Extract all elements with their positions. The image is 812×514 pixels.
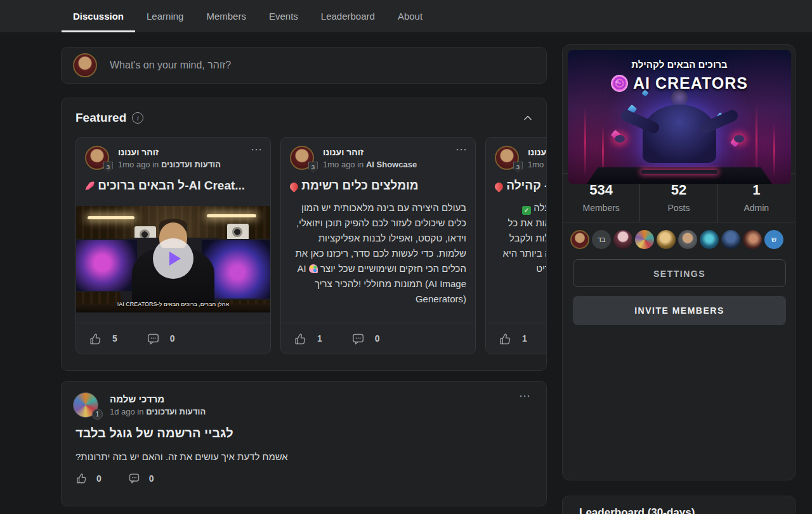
leaderboard-card: Leaderboard (30-days) [562,496,796,514]
post-body: בעולם היצירה עם בינה מלאכותית יש המון כל… [281,200,475,307]
post-time: 1mo ago in [118,160,159,169]
community-tab-bar: Discussion Learning Members Events Leade… [0,0,812,32]
studio-light [88,216,134,219]
video-caption: אהלן חברים, ברוכים הבאים ל-AI CREATORS! [76,301,270,307]
member-avatar[interactable]: ש [764,230,783,249]
tab-discussion[interactable]: Discussion [62,0,135,32]
post-menu-icon[interactable]: ⋯ [455,143,468,157]
featured-post-welcome[interactable]: 3 זוהר וענונו 1mo ago in הודעות ועדכונים… [75,137,271,354]
member-avatar[interactable] [570,230,589,249]
featured-heading: Featured [75,111,126,125]
posts-label: Posts [640,203,717,213]
member-avatar[interactable] [700,230,719,249]
post-menu-icon[interactable]: ⋯ [519,389,531,403]
post-author[interactable]: זוהר וענונו [118,147,221,157]
chat-bubble-icon [351,332,365,345]
tab-events[interactable]: Events [258,0,310,32]
comment-count: 0 [170,333,175,344]
post-title[interactable]: לגביי הרשמה של גוגל בלבד [62,426,546,440]
tab-learning[interactable]: Learning [135,0,195,32]
comment-count: 0 [149,473,154,484]
chevron-up-icon [522,112,534,124]
post-author[interactable]: זוהר וענונו [528,147,547,157]
chat-bubble-icon [147,332,160,345]
like-button[interactable] [499,332,512,345]
member-avatar[interactable] [657,230,676,249]
like-count: 5 [112,333,117,344]
level-badge: 3 [513,162,523,172]
member-avatar[interactable] [743,230,762,249]
post-author[interactable]: זוהר וענונו [323,147,417,157]
settings-button[interactable]: SETTINGS [573,259,786,287]
brain-icon [611,75,628,92]
comment-count: 0 [375,333,380,344]
light-streak [773,123,775,177]
video-thumbnail[interactable]: אהלן חברים, ברוכים הבאים ל-AI CREATORS! [76,206,270,312]
leaderboard-heading: Leaderboard (30-days) [563,496,795,514]
featured-post-tools[interactable]: 3 זוהר וענונו 1mo ago in AI Showcase ⋯ ר… [280,137,476,354]
post-category[interactable]: AI Showcase [366,160,417,169]
post-composer[interactable]: What's on your mind, זוהר? [61,47,547,84]
figure-hand [615,135,625,143]
thumb-up-icon [89,332,102,345]
post-body: אשמח לדעת איך עושים את זה. והאם יש בזה י… [62,451,546,462]
invite-members-button[interactable]: INVITE MEMBERS [573,296,786,325]
banner-keyboard [641,170,717,174]
post-category[interactable]: הודעות ועדכונים [146,407,206,416]
comment-button[interactable] [351,332,365,345]
comment-button[interactable] [128,472,140,484]
post-title[interactable]: קהילה - מדריך התמצאות [486,179,547,193]
feed-post-google-signup[interactable]: 1 מרדכי שלמה 1d ago in הודעות ועדכונים ⋯… [61,381,547,506]
level-badge: 3 [308,162,318,172]
like-count: 1 [522,333,527,344]
like-button[interactable] [75,472,88,484]
tab-members[interactable]: Members [195,0,258,32]
post-category[interactable]: הודעות ועדכונים [161,160,221,169]
play-button-icon[interactable] [153,238,193,279]
thumb-up-icon [75,472,88,484]
post-title[interactable]: ברוכים הבאים ל-AI Creat... [76,179,270,193]
comment-button[interactable] [147,332,160,345]
like-button[interactable] [294,332,307,345]
admins-label: Admin [718,203,795,213]
featured-section: Featured i 3 זוהר וענונו 1mo ago in הודע… [61,98,547,371]
member-avatar[interactable] [613,230,632,249]
member-avatar[interactable] [678,230,697,249]
light-streak [756,104,757,177]
info-icon[interactable]: i [132,112,143,124]
like-count: 0 [96,473,102,484]
post-body: רוצים להבין איך הכל עובד? למעלה היכנסו ל… [486,200,547,276]
post-meta: 1mo ago in AI Showcase [323,160,417,169]
current-user-avatar[interactable] [73,53,97,77]
featured-cards-row: 3 זוהר וענונו 1mo ago in הודעות ועדכונים… [62,137,547,354]
member-avatar[interactable] [721,230,740,249]
tab-about[interactable]: About [386,0,434,32]
group-banner-image[interactable]: ברוכים הבאים לקהילת AI CREATORS [568,50,791,184]
banner-welcome-text: ברוכים הבאים לקהילת [568,59,791,70]
post-meta: 1mo ago in הודעות ועדכונים [528,160,547,169]
group-sidebar: ברוכים הבאים לקהילת AI CREATORS AI Creat… [562,44,796,480]
post-meta: 1d ago in הודעות ועדכונים [110,407,206,416]
members-count: 534 [563,182,639,198]
post-title[interactable]: רשימת כלים מומלצים [281,179,475,193]
member-avatars-row: בד ש [563,222,795,249]
posts-count: 52 [640,182,717,198]
member-avatar[interactable]: בד [592,230,611,249]
figure-torso [643,105,716,163]
featured-post-guide[interactable]: 3 זוהר וענונו 1mo ago in הודעות ועדכונים… [485,137,547,354]
post-author[interactable]: מרדכי שלמה [110,394,206,404]
admins-count: 1 [718,182,795,198]
monitor-left [76,239,138,292]
collapse-featured-button[interactable] [522,112,534,124]
member-avatar[interactable] [635,230,654,249]
post-time: 1d ago in [110,407,144,416]
studio-light [207,214,256,217]
post-meta: 1mo ago in הודעות ועדכונים [118,160,221,169]
thumb-up-icon [294,332,307,345]
tab-leaderboard[interactable]: Leaderboard [310,0,386,32]
post-menu-icon[interactable]: ⋯ [251,143,263,157]
like-button[interactable] [89,332,102,345]
composer-placeholder: What's on your mind, זוהר? [110,60,231,71]
banner-brand-text: AI CREATORS [633,74,748,93]
like-count: 1 [317,333,322,344]
